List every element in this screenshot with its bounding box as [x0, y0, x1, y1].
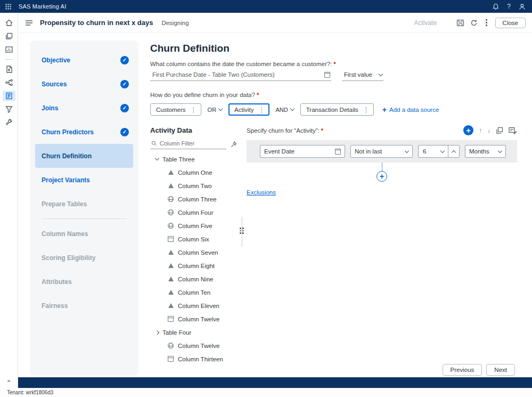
chevron-down-icon: [498, 148, 502, 152]
globe-icon: [167, 343, 174, 349]
step-joins[interactable]: Joins: [35, 96, 133, 120]
tree-column-item[interactable]: Column Three: [150, 192, 237, 206]
step-prepare-tables: Prepare Tables: [35, 192, 133, 216]
duplicate-button[interactable]: [496, 127, 503, 134]
user-account-button[interactable]: [519, 3, 526, 10]
overflow-menu-button[interactable]: [484, 19, 489, 26]
step-objective[interactable]: Objective: [35, 48, 133, 72]
check-icon: [120, 80, 129, 88]
stepper-down-button[interactable]: [437, 145, 448, 157]
expand-rail-button[interactable]: »: [0, 377, 18, 384]
copies-icon: [5, 32, 13, 40]
activate-button[interactable]: Activate: [414, 19, 437, 27]
stepper-value[interactable]: 6: [419, 148, 437, 155]
previous-button[interactable]: Previous: [443, 364, 482, 376]
chevron-down-icon: [155, 156, 159, 160]
tree-column-item[interactable]: Column Eight: [150, 259, 237, 272]
calendar-icon: [335, 149, 341, 155]
chevron-right-icon: [155, 330, 159, 334]
panel-splitter[interactable]: [237, 125, 247, 363]
unit-select[interactable]: Months: [465, 145, 506, 158]
add-condition-button[interactable]: [463, 125, 473, 135]
source-chip-activity[interactable]: Activity ⋮: [228, 103, 269, 116]
first-value-select[interactable]: First value: [342, 70, 383, 81]
tree-column-item[interactable]: Column Seven: [150, 246, 237, 259]
rail-documents-button[interactable]: [3, 64, 15, 75]
tree-column-item[interactable]: Column Four: [150, 206, 237, 219]
toc-menu-button[interactable]: [25, 20, 33, 26]
apps-menu-button[interactable]: [5, 4, 11, 10]
calendar-icon: [324, 72, 330, 78]
rule-connector: [247, 163, 517, 182]
customer-date-column-field[interactable]: First Purchase Date - Table Two (Custome…: [150, 70, 331, 81]
move-up-button[interactable]: ↑: [479, 127, 482, 134]
project-title: Propensity to churn in next x days: [40, 19, 153, 27]
tree-column-item[interactable]: Column Thirteen: [150, 352, 237, 363]
branch-flow-icon: [5, 78, 13, 87]
globe-icon: [167, 196, 174, 202]
report-chart-icon: [5, 45, 13, 54]
tenant-label: Tenant: wrkf1806d3: [7, 390, 53, 395]
tree-table-four[interactable]: Table Four: [150, 326, 237, 339]
page-title: Churn Definition: [150, 43, 517, 54]
rail-plans-button[interactable]: [3, 91, 15, 101]
rail-divider: [5, 59, 13, 60]
notifications-button[interactable]: [493, 3, 499, 10]
person-icon: [519, 3, 526, 10]
kebab-icon[interactable]: ⋮: [257, 106, 267, 114]
category-icon: [167, 277, 174, 281]
and-operator-select[interactable]: AND: [275, 107, 295, 113]
kebab-icon[interactable]: ⋮: [362, 106, 371, 114]
home-icon: [5, 19, 13, 27]
tree-column-item[interactable]: Column Six: [150, 232, 237, 246]
globe-icon: [167, 209, 174, 215]
rail-home-button[interactable]: [3, 18, 15, 28]
tree-table-three[interactable]: Table Three: [150, 152, 237, 166]
add-data-source-button[interactable]: Add a data source: [382, 106, 439, 114]
tree-column-item[interactable]: Column Twelve: [150, 339, 237, 352]
rail-tools-button[interactable]: [3, 117, 15, 128]
calendar-icon: [167, 236, 174, 242]
application-bar: SAS Marketing AI ?: [0, 0, 532, 13]
splitter-grip-icon[interactable]: [240, 228, 244, 234]
rail-copies-button[interactable]: [3, 31, 15, 42]
tree-column-item[interactable]: Column Ten: [150, 286, 237, 299]
step-sources[interactable]: Sources: [35, 72, 133, 96]
next-button[interactable]: Next: [486, 364, 515, 376]
event-date-field[interactable]: Event Date: [260, 145, 345, 158]
add-rule-node-button[interactable]: [377, 171, 387, 182]
category-icon: [167, 290, 174, 295]
step-churn-predictors[interactable]: Churn Predictors: [35, 120, 133, 144]
step-project-variants[interactable]: Project Variants: [35, 168, 133, 192]
source-chip-customers[interactable]: Customers ⋮: [150, 103, 201, 116]
exclusions-link[interactable]: Exclusions: [247, 189, 276, 196]
rule-editor-button[interactable]: [509, 127, 517, 134]
rail-funnel-button[interactable]: [3, 104, 15, 115]
rail-flows-button[interactable]: [3, 77, 15, 88]
tree-column-item[interactable]: Column Twelve: [150, 312, 237, 326]
step-churn-definition[interactable]: Churn Definition: [35, 144, 133, 168]
tree-column-item[interactable]: Column One: [150, 166, 237, 179]
stepper-up-button[interactable]: [448, 145, 459, 157]
or-operator-select[interactable]: OR: [207, 107, 224, 113]
plus-icon: [382, 106, 387, 114]
kebab-icon[interactable]: ⋮: [189, 106, 199, 114]
help-button[interactable]: ?: [507, 3, 511, 10]
refresh-button[interactable]: [470, 19, 478, 27]
rail-reports-button[interactable]: [3, 44, 15, 55]
search-icon: [151, 140, 157, 147]
check-icon: [120, 56, 129, 64]
tree-column-item[interactable]: Column Eleven: [150, 299, 237, 312]
tree-column-item[interactable]: Column Two: [150, 179, 237, 192]
move-down-button[interactable]: ↓: [487, 127, 490, 134]
operator-select[interactable]: Not in last: [350, 145, 413, 158]
app-name: SAS Marketing AI: [19, 3, 66, 10]
save-button[interactable]: [456, 19, 464, 27]
source-chip-transaction-details[interactable]: Transaction Details ⋮: [300, 103, 374, 116]
tree-column-item[interactable]: Column Nine: [150, 272, 237, 286]
tree-column-item[interactable]: Column Five: [150, 219, 237, 232]
specify-churn-label: Specify churn for “Activity”:*: [247, 127, 323, 134]
pin-icon[interactable]: [231, 141, 237, 148]
column-filter-input[interactable]: [160, 140, 225, 147]
close-button[interactable]: Close: [495, 18, 526, 28]
